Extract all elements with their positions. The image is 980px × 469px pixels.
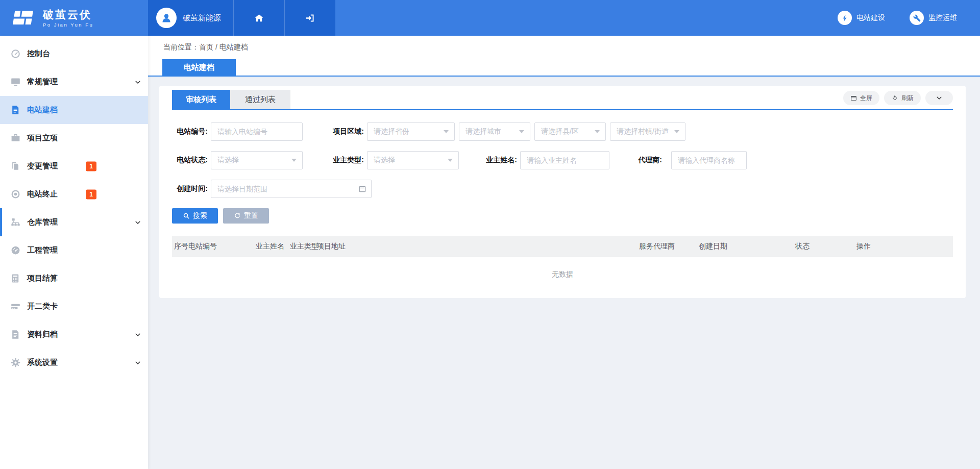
nav-station-construction[interactable]: 电站建设 — [838, 11, 885, 25]
sidebar-item-open-type2-card[interactable]: 开二类卡 — [0, 292, 148, 320]
breadcrumb: 当前位置：首页 / 电站建档 — [163, 43, 248, 52]
sidebar-item-station-termination[interactable]: 电站终止 1 — [0, 180, 148, 208]
breadcrumb-path[interactable]: 首页 / 电站建档 — [199, 43, 248, 51]
sidebar-item-change-management[interactable]: 变更管理 1 — [0, 152, 148, 180]
wrench-icon — [910, 11, 924, 25]
notification-badge: 1 — [86, 189, 96, 199]
sitemap-icon — [10, 217, 22, 228]
copy-icon — [10, 161, 22, 172]
breadcrumb-prefix: 当前位置： — [163, 43, 199, 51]
nav-label: 电站建设 — [856, 13, 885, 22]
gear-icon — [10, 357, 22, 368]
filter-row-3: 创建时间: — [172, 180, 953, 198]
chevron-down-icon — [936, 94, 943, 102]
app-root: 破茧云伏 Po Jian Yun Fu 破茧新能源 — [0, 0, 980, 469]
sidebar-item-data-archiving[interactable]: 资料归档 — [0, 320, 148, 349]
panel-tab-bar: 审核列表 通过列表 全屏 刷新 — [172, 90, 953, 110]
home-button[interactable] — [233, 0, 284, 36]
create-time-label: 创建时间: — [172, 184, 208, 193]
sidebar-item-label: 项目结算 — [27, 274, 58, 283]
document-icon — [10, 105, 22, 116]
city-select[interactable]: 请选择城市 — [459, 122, 530, 141]
logo-subtitle: Po Jian Yun Fu — [43, 22, 93, 28]
refresh-icon — [891, 94, 898, 102]
fullscreen-button[interactable]: 全屏 — [843, 91, 879, 105]
home-icon — [254, 13, 264, 23]
caret-down-icon — [291, 159, 297, 162]
sidebar-item-system-settings[interactable]: 系统设置 — [0, 349, 148, 377]
tab-passed-list[interactable]: 通过列表 — [230, 90, 290, 109]
lightning-icon — [838, 11, 852, 25]
sidebar-item-label: 电站建档 — [27, 105, 58, 115]
card-icon — [10, 301, 22, 312]
sign-in-icon — [305, 13, 315, 23]
filter-buttons: 搜索 重置 — [172, 208, 953, 224]
sidebar-item-station-filing[interactable]: 电站建档 — [0, 96, 148, 124]
sidebar-item-warehouse-management[interactable]: 仓库管理 — [0, 208, 148, 236]
owner-name-input[interactable] — [520, 151, 609, 169]
user-menu[interactable]: 破茧新能源 — [148, 0, 233, 36]
refresh-button[interactable]: 刷新 — [884, 91, 921, 105]
tab-review-list[interactable]: 审核列表 — [172, 90, 230, 109]
sidebar-item-label: 资料归档 — [27, 330, 58, 339]
caret-down-icon — [595, 130, 600, 133]
column-header: 服务代理商 — [639, 242, 699, 251]
sidebar-item-label: 项目立项 — [27, 133, 58, 143]
station-status-select[interactable]: 请选择 — [211, 151, 303, 169]
table-empty-state: 无数据 — [172, 257, 953, 292]
chevron-down-icon — [134, 359, 141, 366]
province-select[interactable]: 请选择省份 — [367, 122, 455, 141]
station-filing-panel: 审核列表 通过列表 全屏 刷新 — [159, 86, 966, 298]
village-select[interactable]: 请选择村镇/街道 — [610, 122, 685, 141]
caret-down-icon — [519, 130, 524, 133]
user-strip: 破茧新能源 — [148, 0, 335, 36]
region-label: 项目区域: — [328, 127, 364, 136]
sidebar-item-label: 系统设置 — [27, 358, 58, 367]
header-right-nav: 电站建设 监控运维 — [335, 0, 980, 36]
page-tab-station-filing[interactable]: 电站建档 — [162, 59, 236, 76]
column-header: 状态 — [795, 242, 856, 251]
archive-icon — [10, 329, 22, 340]
sidebar-item-console[interactable]: 控制台 — [0, 40, 148, 68]
filter-row-2: 电站状态: 请选择 业主类型: 请选择 业主姓名: 代理商: — [172, 151, 953, 169]
page-content: 审核列表 通过列表 全屏 刷新 — [148, 77, 980, 298]
sidebar-item-project-initiation[interactable]: 项目立项 — [0, 124, 148, 152]
owner-type-select[interactable]: 请选择 — [367, 151, 459, 169]
panel-actions: 全屏 刷新 — [843, 91, 953, 105]
agent-label: 代理商: — [631, 156, 662, 165]
sidebar-item-project-settlement[interactable]: 项目结算 — [0, 264, 148, 292]
chevron-down-icon — [134, 79, 141, 86]
sidebar-item-label: 开二类卡 — [27, 302, 58, 311]
dashboard-icon — [10, 48, 22, 60]
caret-down-icon — [674, 130, 679, 133]
reset-button[interactable]: 重置 — [223, 208, 269, 224]
column-header: 创建日期 — [699, 242, 795, 251]
search-button[interactable]: 搜索 — [172, 208, 218, 224]
column-header: 操作 — [856, 242, 953, 251]
briefcase-icon — [10, 133, 22, 144]
sidebar-item-label: 电站终止 — [27, 189, 58, 199]
notification-badge: 1 — [86, 161, 96, 171]
sidebar-item-engineering-management[interactable]: 工程管理 — [0, 236, 148, 264]
chevron-down-icon — [134, 219, 141, 226]
agent-input[interactable] — [671, 151, 747, 169]
sidebar-item-general-management[interactable]: 常规管理 — [0, 68, 148, 96]
county-select[interactable]: 请选择县/区 — [534, 122, 606, 141]
gauge-icon — [10, 245, 22, 256]
table-header: 序号 电站编号 业主姓名 业主类型 项目地址 服务代理商 创建日期 状态 操作 — [172, 236, 953, 257]
logout-button[interactable] — [284, 0, 335, 36]
sidebar-item-label: 常规管理 — [27, 77, 58, 87]
sidebar: 控制台 常规管理 电站建档 项目立项 — [0, 36, 148, 469]
date-range-input[interactable] — [211, 180, 372, 198]
caret-down-icon — [448, 159, 453, 162]
caret-down-icon — [444, 130, 449, 133]
calculator-icon — [10, 273, 22, 284]
sidebar-item-label: 工程管理 — [27, 245, 58, 255]
column-header: 项目地址 — [317, 242, 639, 251]
reset-icon — [234, 212, 241, 219]
station-code-input[interactable] — [211, 122, 303, 141]
collapse-toggle-button[interactable] — [925, 91, 953, 105]
nav-monitoring-ops[interactable]: 监控运维 — [910, 11, 957, 25]
chevron-down-icon — [134, 331, 141, 338]
search-icon — [183, 212, 190, 219]
